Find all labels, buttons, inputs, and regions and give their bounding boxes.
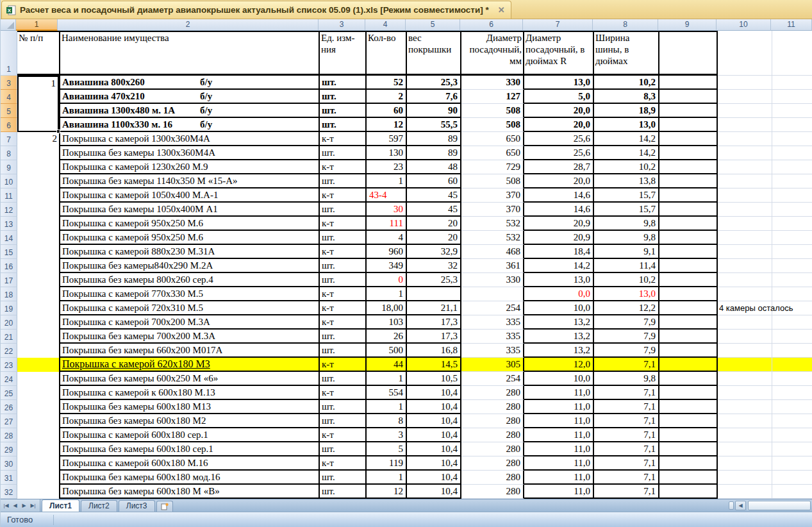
cell-diameter-mm[interactable]: 508 bbox=[461, 118, 524, 132]
cell-extra[interactable] bbox=[772, 104, 812, 118]
cell-note[interactable] bbox=[718, 231, 772, 245]
cell-unit[interactable]: шт. bbox=[320, 414, 367, 428]
cell-number[interactable] bbox=[17, 188, 59, 203]
cell-extra[interactable] bbox=[772, 358, 812, 372]
cell-qty[interactable]: 18,00 bbox=[367, 301, 407, 315]
cell-number[interactable] bbox=[17, 217, 59, 231]
cell-diameter-in[interactable]: 20,0 bbox=[524, 104, 594, 118]
row-header-8[interactable]: 8 bbox=[1, 146, 17, 160]
row-header-27[interactable]: 27 bbox=[1, 414, 17, 428]
cell-unit[interactable]: шт. bbox=[320, 330, 367, 344]
cell-width-in[interactable]: 18,9 bbox=[594, 104, 659, 118]
row-header-19[interactable]: 19 bbox=[1, 301, 17, 315]
header-cell-qty[interactable]: Кол-во bbox=[367, 31, 407, 76]
header-cell-name[interactable]: Наименование имущества bbox=[59, 31, 320, 76]
sheet-tab-list3[interactable]: Лист3 bbox=[119, 500, 155, 512]
cell-name[interactable]: Покрышка без камеры 1140х350 М «15-А» bbox=[59, 174, 320, 188]
cell-unit[interactable]: шт. bbox=[320, 471, 367, 485]
cell-diameter-mm[interactable]: 280 bbox=[461, 456, 524, 471]
row-header-26[interactable]: 26 bbox=[1, 400, 17, 414]
cell-number[interactable] bbox=[17, 231, 59, 245]
cell-qty[interactable]: 1 bbox=[367, 400, 407, 414]
cell-name[interactable]: Покрышка с камерой 950х250 М.6 bbox=[59, 231, 320, 245]
cell-name[interactable]: Покрышка без камеры 1300х360М4А bbox=[59, 146, 320, 160]
column-header-7[interactable]: 7 bbox=[523, 19, 593, 31]
cell-number[interactable] bbox=[17, 315, 59, 330]
cell-extra[interactable] bbox=[659, 442, 718, 456]
cell-extra[interactable] bbox=[772, 146, 812, 160]
cell-note[interactable] bbox=[718, 259, 772, 273]
row-header-22[interactable]: 22 bbox=[1, 344, 17, 358]
cell-extra[interactable] bbox=[659, 400, 718, 414]
cell-name[interactable]: Покрышка с камерой 620х180 М3 bbox=[59, 358, 320, 372]
cell-unit[interactable]: к-т bbox=[320, 245, 367, 259]
cell-name[interactable]: Покрышка без камеры 600х180 мод.16 bbox=[59, 471, 320, 485]
cell-extra[interactable] bbox=[659, 485, 718, 499]
cell-note[interactable] bbox=[718, 485, 772, 499]
cell-number[interactable] bbox=[17, 456, 59, 471]
cell-weight[interactable]: 10,5 bbox=[407, 372, 461, 386]
cell-width-in[interactable]: 7,1 bbox=[594, 400, 659, 414]
cell-width-in[interactable]: 10,2 bbox=[594, 160, 659, 174]
cell-number[interactable] bbox=[17, 160, 59, 174]
cell-unit[interactable]: шт. bbox=[320, 146, 367, 160]
cell-number[interactable] bbox=[17, 118, 59, 132]
cell-note[interactable] bbox=[718, 118, 772, 132]
sheet-tab-list1[interactable]: Лист1 bbox=[42, 499, 79, 512]
cell-diameter-in[interactable]: 11,0 bbox=[524, 485, 594, 499]
cell-diameter-mm[interactable]: 370 bbox=[461, 203, 524, 217]
cell-width-in[interactable]: 7,1 bbox=[594, 442, 659, 456]
cell-diameter-mm[interactable]: 280 bbox=[461, 414, 524, 428]
cell-width-in[interactable]: 7,9 bbox=[594, 344, 659, 358]
cell-name[interactable]: Покрышка с камерой к 600х180 М.13 bbox=[59, 386, 320, 400]
cell-extra[interactable] bbox=[659, 471, 718, 485]
cell-extra[interactable] bbox=[772, 442, 812, 456]
cell-extra[interactable] bbox=[659, 76, 718, 90]
cell-name[interactable]: Покрышка с камерой 1230х260 М.9 bbox=[59, 160, 320, 174]
cell-weight[interactable]: 7,6 bbox=[407, 90, 461, 104]
cell-extra[interactable] bbox=[772, 160, 812, 174]
scroll-left-button[interactable]: ◀ bbox=[735, 501, 746, 510]
cell-note[interactable] bbox=[718, 428, 772, 442]
cell-diameter-in[interactable]: 20,0 bbox=[524, 174, 594, 188]
cell-extra[interactable] bbox=[659, 146, 718, 160]
cell-name[interactable]: Покрышка без камеры 660х200 М017А bbox=[59, 344, 320, 358]
cell-width-in[interactable]: 15,7 bbox=[594, 188, 659, 203]
cell-diameter-in[interactable]: 14,6 bbox=[524, 203, 594, 217]
row-header-11[interactable]: 11 bbox=[1, 188, 17, 203]
header-cell-diameter-in[interactable]: Диаметр посадочный, в дюймах R bbox=[524, 31, 594, 76]
cell-diameter-in[interactable]: 20,9 bbox=[524, 217, 594, 231]
cell-note[interactable] bbox=[718, 90, 772, 104]
row-header-18[interactable]: 18 bbox=[1, 287, 17, 301]
cell-unit[interactable]: шт. bbox=[320, 118, 367, 132]
cell-diameter-mm[interactable]: 508 bbox=[461, 174, 524, 188]
cell-width-in[interactable]: 11,4 bbox=[594, 259, 659, 273]
cell-unit[interactable]: к-т bbox=[320, 386, 367, 400]
cell-diameter-mm[interactable] bbox=[461, 287, 524, 301]
cell-diameter-mm[interactable]: 254 bbox=[461, 301, 524, 315]
cell-extra[interactable] bbox=[772, 456, 812, 471]
cell-unit[interactable]: к-т bbox=[320, 188, 367, 203]
header-cell-diameter-mm[interactable]: Диаметр посадочный, мм bbox=[461, 31, 524, 76]
cell-extra[interactable] bbox=[659, 358, 718, 372]
cell-unit[interactable]: шт. bbox=[320, 485, 367, 499]
cell-extra[interactable] bbox=[659, 90, 718, 104]
cell-diameter-in[interactable]: 0,0 bbox=[524, 287, 594, 301]
cell-width-in[interactable]: 7,9 bbox=[594, 330, 659, 344]
select-all-corner[interactable] bbox=[1, 19, 16, 31]
cell-weight[interactable]: 17,3 bbox=[407, 330, 461, 344]
cell-note[interactable] bbox=[718, 358, 772, 372]
cell-diameter-mm[interactable]: 280 bbox=[461, 442, 524, 456]
row-header-15[interactable]: 15 bbox=[1, 245, 17, 259]
cell-diameter-in[interactable]: 13,2 bbox=[524, 344, 594, 358]
cell-name[interactable]: Покрышка с камерой 600х180 сер.1 bbox=[59, 428, 320, 442]
cell-width-in[interactable]: 7,1 bbox=[594, 471, 659, 485]
cell-number[interactable] bbox=[17, 330, 59, 344]
cell-note[interactable] bbox=[718, 174, 772, 188]
next-sheet-button[interactable]: ▶ bbox=[20, 501, 28, 510]
cell-weight[interactable]: 20 bbox=[407, 231, 461, 245]
column-header-1[interactable]: 1 bbox=[16, 19, 58, 31]
insert-worksheet-button[interactable] bbox=[156, 501, 173, 512]
cell-qty[interactable]: 960 bbox=[367, 245, 407, 259]
cell-number[interactable] bbox=[17, 287, 59, 301]
